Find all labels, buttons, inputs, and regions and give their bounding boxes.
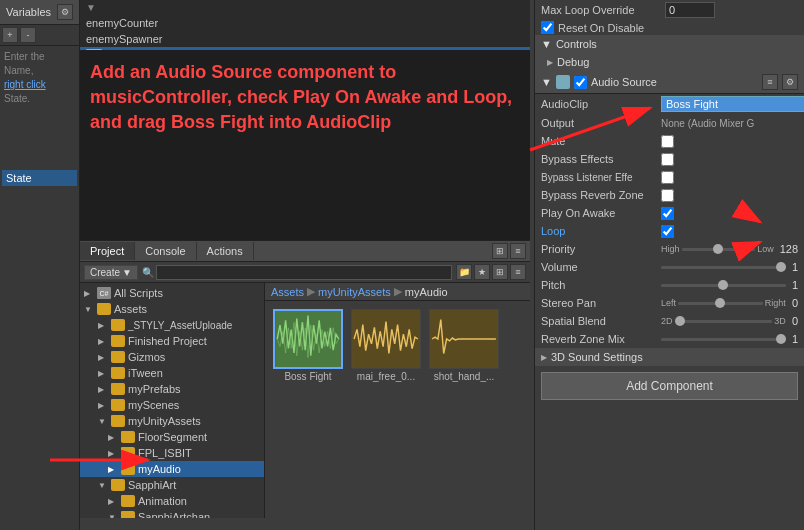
tree-assets[interactable]: ▼ Assets	[80, 301, 264, 317]
star-icon-btn[interactable]: ★	[474, 264, 490, 280]
mute-label: Mute	[541, 135, 661, 147]
fpl-isbit-icon	[121, 447, 135, 459]
sapphiart-animation-icon	[121, 495, 135, 507]
tree-sapphiart-animation[interactable]: ▶ Animation	[80, 493, 264, 509]
audio-source-icon	[556, 75, 570, 89]
audio-source-settings-icon[interactable]: ⚙	[782, 74, 798, 90]
max-loop-override-input[interactable]	[665, 2, 715, 18]
myscenes-icon	[111, 399, 125, 411]
volume-row: Volume 1	[535, 258, 804, 276]
create-button[interactable]: Create ▼	[84, 265, 138, 280]
collapse-icon-btn[interactable]: ⊞	[492, 264, 508, 280]
mute-row: Mute	[535, 132, 804, 150]
tree-myprefabs[interactable]: ▶ myPrefabs	[80, 381, 264, 397]
variables-header: Variables ⚙	[0, 0, 79, 25]
spatial-thumb	[675, 316, 685, 326]
tree-sapphiart[interactable]: ▼ SapphiArt	[80, 477, 264, 493]
breadcrumb-assets[interactable]: Assets	[271, 286, 304, 298]
file-item[interactable]: enemyCounter	[80, 15, 530, 31]
debug-section[interactable]: ▶ Debug	[535, 53, 804, 71]
reverb-thumb	[776, 334, 786, 344]
search-container: 🔍	[142, 265, 452, 280]
stereo-slider[interactable]	[678, 302, 763, 305]
audioclip-label: AudioClip	[541, 98, 661, 110]
bypass-listener-label: Bypass Listener Effe	[541, 172, 661, 183]
reset-on-disable-row: Reset On Disable	[535, 20, 804, 35]
tree-sapphiartchan[interactable]: ▼ SapphiArtchan	[80, 509, 264, 518]
remove-var-btn[interactable]: -	[20, 27, 36, 43]
menu-icon-btn[interactable]: ≡	[510, 264, 526, 280]
add-var-btn[interactable]: +	[2, 27, 18, 43]
spatial-value: 0	[792, 315, 798, 327]
spatial-2d-label: 2D	[661, 316, 673, 326]
bypass-reverb-row: Bypass Reverb Zone	[535, 186, 804, 204]
file-item[interactable]: enemySpawner	[80, 31, 530, 47]
tree-finished-project[interactable]: ▶ Finished Project	[80, 333, 264, 349]
tree-myaudio[interactable]: ▶ myAudio	[80, 461, 264, 477]
tree-fpl-isbit[interactable]: ▶ FPL_ISBIT	[80, 445, 264, 461]
reverb-slider[interactable]	[661, 338, 786, 341]
tab-actions[interactable]: Actions	[197, 242, 254, 260]
audio-source-enabled-checkbox[interactable]	[574, 76, 587, 89]
asset-boss-fight[interactable]: Boss Fight	[273, 309, 343, 382]
tree-styly[interactable]: ▶ _STYLY_AssetUploade	[80, 317, 264, 333]
loop-checkbox[interactable]	[661, 225, 674, 238]
panel-menu-icon[interactable]: ≡	[510, 243, 526, 259]
boss-fight-waveform	[273, 309, 343, 369]
file-name-1: enemyCounter	[86, 17, 158, 29]
tree-floorsegment[interactable]: ▶ FloorSegment	[80, 429, 264, 445]
tree-all-scripts[interactable]: ▶ C# All Scripts	[80, 285, 264, 301]
tab-console[interactable]: Console	[135, 242, 196, 260]
breadcrumb-myunityassets[interactable]: myUnityAssets	[318, 286, 391, 298]
audio-source-menu-icon[interactable]: ≡	[762, 74, 778, 90]
bypass-effects-checkbox[interactable]	[661, 153, 674, 166]
audio-source-label: Audio Source	[591, 76, 758, 88]
asset-shot-hand[interactable]: shot_hand_...	[429, 309, 499, 382]
mute-checkbox[interactable]	[661, 135, 674, 148]
audioclip-input[interactable]	[661, 96, 804, 112]
controls-section[interactable]: ▼ Controls	[535, 35, 804, 53]
output-value: None (Audio Mixer G	[661, 118, 798, 129]
all-scripts-icon: C#	[97, 287, 111, 299]
stereo-value: 0	[792, 297, 798, 309]
bypass-reverb-label: Bypass Reverb Zone	[541, 189, 661, 201]
project-main: ▶ C# All Scripts ▼ Assets ▶ _STYLY_Asset…	[80, 283, 530, 518]
variables-toolbar: + -	[0, 25, 79, 46]
spatial-blend-row: Spatial Blend 2D 3D 0	[535, 312, 804, 330]
folder-icon-btn[interactable]: 📁	[456, 264, 472, 280]
debug-label: Debug	[557, 56, 589, 68]
tree-myscenes[interactable]: ▶ myScenes	[80, 397, 264, 413]
bypass-listener-row: Bypass Listener Effe	[535, 168, 804, 186]
pitch-label: Pitch	[541, 279, 661, 291]
pitch-slider[interactable]	[661, 284, 786, 287]
panel-lock-icon[interactable]: ⊞	[492, 243, 508, 259]
settings-icon[interactable]: ⚙	[57, 4, 73, 20]
play-on-awake-checkbox[interactable]	[661, 207, 674, 220]
sapphiartchan-icon	[121, 511, 135, 518]
volume-label: Volume	[541, 261, 661, 273]
add-component-button[interactable]: Add Component	[541, 372, 798, 400]
priority-low-label: Low	[757, 244, 774, 254]
priority-slider[interactable]	[682, 248, 756, 251]
tree-gizmos[interactable]: ▶ Gizmos	[80, 349, 264, 365]
bypass-listener-checkbox[interactable]	[661, 171, 674, 184]
sound-settings-section[interactable]: ▶ 3D Sound Settings	[535, 348, 804, 366]
mai-free-label: mai_free_0...	[351, 371, 421, 382]
tree-myunityassets[interactable]: ▼ myUnityAssets	[80, 413, 264, 429]
spatial-blend-label: Spatial Blend	[541, 315, 661, 327]
volume-slider[interactable]	[661, 266, 786, 269]
search-input[interactable]	[156, 265, 452, 280]
asset-mai-free[interactable]: mai_free_0...	[351, 309, 421, 382]
sapphiart-icon	[111, 479, 125, 491]
bypass-reverb-checkbox[interactable]	[661, 189, 674, 202]
tab-project[interactable]: Project	[80, 242, 135, 260]
file-name-2: enemySpawner	[86, 33, 162, 45]
tree-itween[interactable]: ▶ iTween	[80, 365, 264, 381]
project-panel: Project Console Actions ⊞ ≡ Create ▼ 🔍 📁…	[80, 240, 530, 530]
spatial-slider[interactable]	[675, 320, 773, 323]
reset-on-disable-checkbox[interactable]	[541, 21, 554, 34]
bypass-effects-label: Bypass Effects	[541, 153, 661, 165]
gizmos-icon	[111, 351, 125, 363]
priority-high-label: High	[661, 244, 680, 254]
loop-label: Loop	[541, 225, 661, 237]
